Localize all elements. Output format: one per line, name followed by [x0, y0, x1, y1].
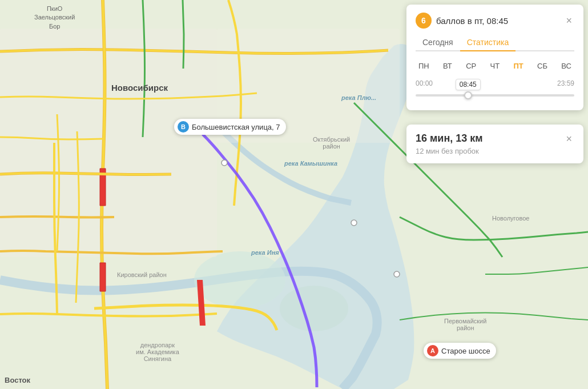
- route-no-traffic: 12 мин без пробок: [416, 147, 483, 155]
- time-range: 00:00 23:59: [416, 79, 574, 87]
- map-container: Новосибирск ПкиОЗаельцовскийБор Октябрьс…: [0, 0, 588, 389]
- slider-thumb-container: 08:45: [464, 91, 472, 99]
- time-end: 23:59: [557, 79, 574, 87]
- svg-rect-3: [0, 29, 217, 257]
- waypoint-a-badge: A: [427, 345, 438, 356]
- route-panel: 16 мин, 13 км 12 мин без пробок ×: [406, 125, 583, 163]
- route-panel-close[interactable]: ×: [563, 133, 574, 145]
- traffic-panel-header: 6 баллов в пт, 08:45 ×: [416, 13, 574, 29]
- traffic-score-badge: 6: [416, 13, 432, 29]
- slider-track: 08:45: [416, 94, 574, 97]
- svg-point-5: [221, 160, 227, 166]
- traffic-panel: 6 баллов в пт, 08:45 × Сегодня Статистик…: [406, 5, 583, 110]
- tabs: Сегодня Статистика: [416, 34, 574, 51]
- waypoint-b-badge: B: [178, 121, 189, 133]
- day-btn-thu[interactable]: ЧТ: [488, 59, 503, 73]
- waypoint-b-label[interactable]: B Большевистская улица, 7: [174, 119, 286, 135]
- day-btn-wed[interactable]: СР: [463, 59, 479, 73]
- day-btn-sun[interactable]: ВС: [558, 59, 574, 73]
- day-selector: ПН ВТ СР ЧТ ПТ СБ ВС: [416, 59, 574, 73]
- slider-thumb: [464, 91, 472, 99]
- time-slider[interactable]: 08:45: [416, 90, 574, 101]
- tab-statistics[interactable]: Статистика: [460, 34, 516, 51]
- waypoint-a-text: Старое шоссе: [441, 347, 490, 355]
- waypoint-a-label[interactable]: A Старое шоссе: [424, 343, 496, 359]
- traffic-panel-title: баллов в пт, 08:45: [436, 16, 563, 26]
- slider-time-label: 08:45: [456, 79, 481, 90]
- svg-point-2: [280, 286, 348, 331]
- svg-point-7: [394, 271, 400, 277]
- svg-point-6: [351, 220, 357, 226]
- tab-today[interactable]: Сегодня: [416, 34, 460, 51]
- route-duration: 16 мин, 13 км: [416, 133, 483, 145]
- traffic-score-value: 6: [421, 16, 426, 25]
- traffic-panel-close[interactable]: ×: [563, 14, 574, 27]
- day-btn-fri[interactable]: ПТ: [510, 59, 526, 73]
- waypoint-b-text: Большевистская улица, 7: [192, 123, 280, 131]
- day-btn-mon[interactable]: ПН: [416, 59, 432, 73]
- day-btn-tue[interactable]: ВТ: [440, 59, 455, 73]
- svg-point-1: [194, 251, 285, 308]
- time-start: 00:00: [416, 79, 433, 87]
- route-info: 16 мин, 13 км 12 мин без пробок: [416, 133, 483, 155]
- route-header: 16 мин, 13 км 12 мин без пробок ×: [416, 133, 574, 155]
- day-btn-sat[interactable]: СБ: [534, 59, 550, 73]
